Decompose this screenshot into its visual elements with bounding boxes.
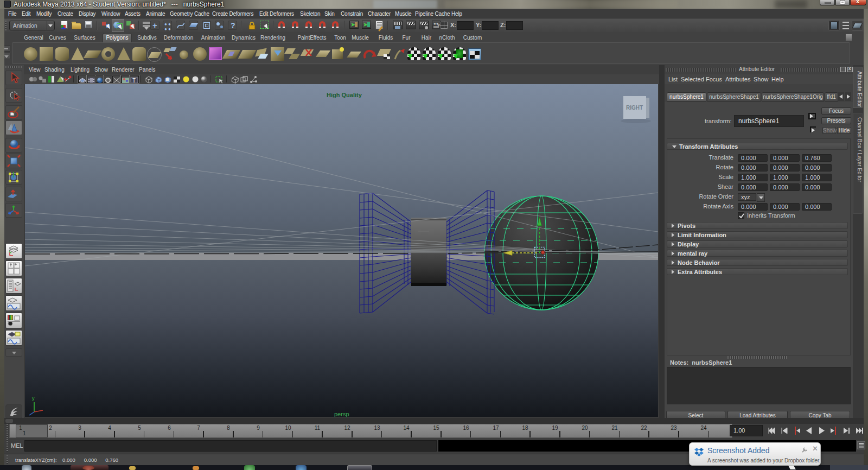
svg-text:y: y [32,396,35,401]
svg-text:High Quality: High Quality [327,92,362,98]
svg-text:RIGHT: RIGHT [626,105,643,111]
svg-text:persp: persp [334,411,349,417]
svg-text:T: T [132,78,136,84]
